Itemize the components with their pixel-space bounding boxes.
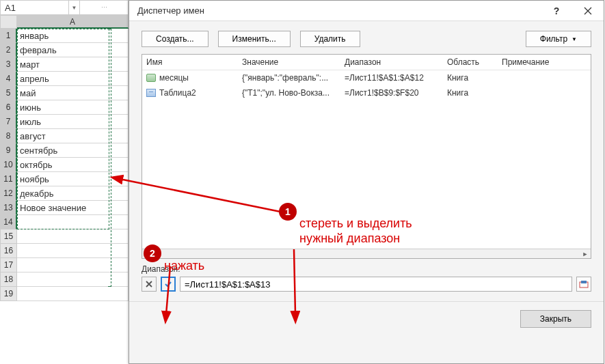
cell[interactable]: июнь xyxy=(17,100,129,115)
col-note[interactable]: Примечание xyxy=(498,55,591,70)
cell[interactable]: март xyxy=(17,57,129,72)
cell[interactable]: февраль xyxy=(17,43,129,57)
scroll-left-icon[interactable]: ◄ xyxy=(142,249,153,259)
chevron-down-icon: ▼ xyxy=(572,36,577,42)
cell[interactable]: сентябрь xyxy=(17,143,129,158)
names-list: Имя Значение Диапазон Область Примечание… xyxy=(142,54,591,259)
help-button[interactable]: ? xyxy=(541,1,572,21)
cell[interactable]: июль xyxy=(17,115,129,129)
formula-bar-stub: ⋯ xyxy=(80,1,128,14)
name-row[interactable]: месяцы {"январь":"февраль":... =Лист11!$… xyxy=(142,70,591,85)
cell[interactable]: август xyxy=(17,129,129,143)
range-field-label: Диапазон: xyxy=(142,264,591,274)
grid-rows: 1январь 2февраль 3март 4апрель 5май 6июн… xyxy=(0,29,129,301)
row-header[interactable]: 19 xyxy=(0,287,17,301)
filter-button-label: Фильтр xyxy=(540,34,567,44)
row-header[interactable]: 6 xyxy=(0,100,17,115)
table-icon xyxy=(146,89,156,97)
create-button[interactable]: Создать... xyxy=(142,31,209,47)
row-header[interactable]: 14 xyxy=(0,215,17,229)
range-formula-input[interactable] xyxy=(180,277,572,292)
row-header[interactable]: 3 xyxy=(0,57,17,72)
defined-name-icon xyxy=(146,74,156,82)
name-row[interactable]: Таблица2 {"Т1";"ул. Ново-Вокза... =Лист1… xyxy=(142,85,591,100)
close-button-label: Закрыть xyxy=(540,314,572,324)
name-box-dropdown-icon[interactable]: ▼ xyxy=(69,1,80,14)
dialog-toolbar: Создать... Изменить... Удалить Фильтр▼ xyxy=(129,21,604,54)
col-name[interactable]: Имя xyxy=(142,55,238,70)
cell[interactable]: май xyxy=(17,86,129,100)
cell[interactable]: октябрь xyxy=(17,158,129,172)
row-header[interactable]: 17 xyxy=(0,258,17,272)
row-header[interactable]: 12 xyxy=(0,186,17,201)
range-cell: =Лист11!$A$1:$A$12 xyxy=(340,70,443,85)
note-cell xyxy=(498,75,591,81)
cell[interactable] xyxy=(17,258,129,272)
edit-button[interactable]: Изменить... xyxy=(218,31,291,47)
value-cell: {"Т1";"ул. Ново-Вокза... xyxy=(238,85,340,100)
cell[interactable]: Новое значение xyxy=(17,201,129,215)
collapse-dialog-button[interactable] xyxy=(576,277,591,292)
row-header[interactable]: 10 xyxy=(0,158,17,172)
cell[interactable] xyxy=(17,215,129,229)
cell[interactable] xyxy=(17,229,129,244)
edit-button-label: Изменить... xyxy=(232,34,276,44)
delete-button[interactable]: Удалить xyxy=(300,31,360,47)
col-value[interactable]: Значение xyxy=(238,55,340,70)
filter-button[interactable]: Фильтр▼ xyxy=(526,31,591,47)
row-header[interactable]: 15 xyxy=(0,229,17,244)
cell[interactable] xyxy=(17,272,129,287)
name-cell: Таблица2 xyxy=(159,88,196,98)
value-cell: {"январь":"февраль":... xyxy=(238,70,340,85)
x-icon xyxy=(145,280,153,288)
dialog-titlebar[interactable]: Диспетчер имен ? xyxy=(129,1,604,21)
row-header[interactable]: 2 xyxy=(0,43,17,57)
list-header: Имя Значение Диапазон Область Примечание xyxy=(142,55,591,70)
row-header[interactable]: 9 xyxy=(0,143,17,158)
row-header[interactable]: 18 xyxy=(0,272,17,287)
name-box[interactable]: A1 xyxy=(1,1,69,14)
cell[interactable]: январь xyxy=(17,29,129,43)
column-header-a[interactable]: A xyxy=(17,15,129,29)
row-header[interactable]: 8 xyxy=(0,129,17,143)
name-cell: месяцы xyxy=(159,73,189,83)
select-all-corner[interactable] xyxy=(0,15,17,29)
row-header[interactable]: 7 xyxy=(0,115,17,129)
commit-edit-button[interactable] xyxy=(161,277,176,292)
col-range[interactable]: Диапазон xyxy=(340,55,443,70)
col-scope[interactable]: Область xyxy=(443,55,498,70)
scroll-right-icon[interactable]: ► xyxy=(580,249,591,259)
check-icon xyxy=(164,280,172,288)
row-header[interactable]: 5 xyxy=(0,86,17,100)
name-manager-dialog: Диспетчер имен ? Создать... Изменить... … xyxy=(129,0,604,364)
scope-cell: Книга xyxy=(443,70,498,85)
cell[interactable]: апрель xyxy=(17,72,129,86)
cell[interactable] xyxy=(17,244,129,258)
collapse-icon xyxy=(579,279,589,289)
note-cell xyxy=(498,90,591,96)
scope-cell: Книга xyxy=(443,85,498,100)
cell[interactable]: ноябрь xyxy=(17,172,129,186)
delete-button-label: Удалить xyxy=(314,34,346,44)
horizontal-scrollbar[interactable]: ◄ ► xyxy=(142,249,591,258)
close-button[interactable]: Закрыть xyxy=(520,310,591,328)
cell[interactable]: декабрь xyxy=(17,186,129,201)
dialog-title: Диспетчер имен xyxy=(129,5,541,16)
row-header[interactable]: 13 xyxy=(0,201,17,215)
worksheet: A1 ▼ ⋯ A 1январь 2февраль 3март 4апрель … xyxy=(0,0,129,301)
cell[interactable] xyxy=(17,287,129,301)
svg-rect-1 xyxy=(581,281,587,283)
create-button-label: Создать... xyxy=(156,34,194,44)
range-cell: =Лист1!$B$9:$F$20 xyxy=(340,85,443,100)
close-icon[interactable] xyxy=(572,1,604,21)
row-header[interactable]: 16 xyxy=(0,244,17,258)
row-header[interactable]: 1 xyxy=(0,29,17,43)
row-header[interactable]: 11 xyxy=(0,172,17,186)
row-header[interactable]: 4 xyxy=(0,72,17,86)
cancel-edit-button[interactable] xyxy=(142,277,157,292)
